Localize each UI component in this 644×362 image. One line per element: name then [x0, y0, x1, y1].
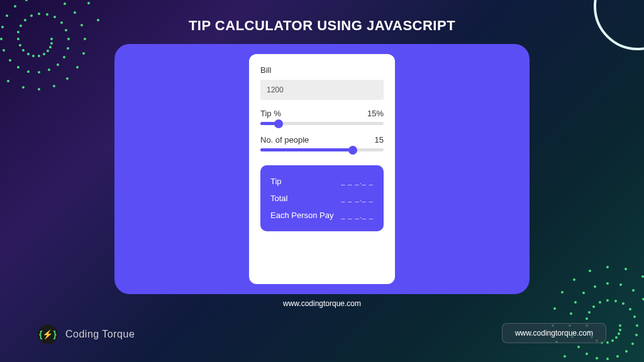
calculator-card: Bill Tip % 15% No. of people 15 Tip _ _ … [249, 54, 395, 284]
brand-footer: {⚡} Coding Torque [38, 324, 135, 344]
result-total-value: _ _ _._ _ [341, 195, 374, 202]
tip-row-label: Tip % 15% [260, 109, 384, 118]
result-each-value: _ _ _._ _ [341, 212, 374, 219]
result-total-label: Total [270, 194, 287, 203]
people-slider-thumb[interactable] [348, 146, 357, 155]
footer-link-text: www.codingtorque.com [515, 329, 593, 337]
people-value: 15 [375, 135, 384, 145]
people-row-label: No. of people 15 [260, 135, 384, 145]
app-preview-frame: Bill Tip % 15% No. of people 15 Tip _ _ … [114, 44, 530, 294]
result-each-row: Each Person Pay _ _ _._ _ [270, 211, 374, 220]
people-slider[interactable] [260, 148, 384, 151]
footer-link-button[interactable]: www.codingtorque.com [502, 323, 606, 343]
people-slider-fill [260, 148, 353, 151]
tip-slider-thumb[interactable] [274, 119, 283, 128]
result-tip-row: Tip _ _ _._ _ [270, 177, 374, 186]
preview-url: www.codingtorque.com [283, 299, 361, 308]
page-title: TIP CALCULATOR USING JAVASCRIPT [189, 18, 455, 34]
result-tip-value: _ _ _._ _ [341, 178, 374, 185]
result-tip-label: Tip [270, 177, 282, 186]
tip-label: Tip % [260, 109, 281, 118]
decorative-dots-top-left [0, 0, 94, 94]
brand-name: Coding Torque [65, 329, 135, 340]
tip-slider[interactable] [260, 122, 384, 125]
result-total-row: Total _ _ _._ _ [270, 194, 374, 203]
bill-input[interactable] [260, 80, 384, 100]
people-label: No. of people [260, 135, 309, 145]
results-card: Tip _ _ _._ _ Total _ _ _._ _ Each Perso… [260, 165, 384, 231]
logo-icon: {⚡} [38, 324, 58, 344]
decorative-circle [594, 0, 644, 50]
result-each-label: Each Person Pay [270, 211, 333, 220]
decorative-dots-bottom-right [550, 268, 644, 362]
bill-label: Bill [260, 65, 384, 75]
tip-value: 15% [367, 109, 384, 118]
